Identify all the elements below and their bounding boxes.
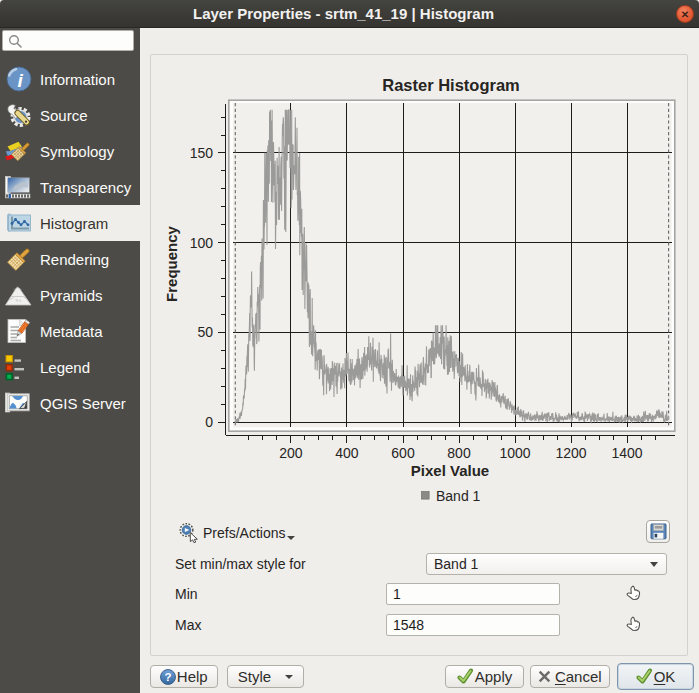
svg-text:1400: 1400 bbox=[612, 445, 643, 461]
svg-text:600: 600 bbox=[391, 445, 415, 461]
svg-text:800: 800 bbox=[447, 445, 471, 461]
svg-text:1000: 1000 bbox=[500, 445, 531, 461]
svg-text:i: i bbox=[17, 70, 23, 91]
svg-text:400: 400 bbox=[335, 445, 359, 461]
svg-text:?: ? bbox=[164, 671, 171, 683]
svg-text:100: 100 bbox=[190, 235, 214, 251]
svg-text:0: 0 bbox=[205, 414, 213, 430]
svg-text:150: 150 bbox=[190, 145, 214, 161]
svg-text:Frequency: Frequency bbox=[163, 225, 180, 302]
svg-text:Raster Histogram: Raster Histogram bbox=[382, 76, 520, 94]
svg-text:50: 50 bbox=[197, 324, 213, 340]
svg-text:Band 1: Band 1 bbox=[436, 488, 481, 504]
svg-text:Pixel Value: Pixel Value bbox=[411, 462, 489, 479]
svg-text:1200: 1200 bbox=[556, 445, 587, 461]
svg-text:200: 200 bbox=[279, 445, 303, 461]
